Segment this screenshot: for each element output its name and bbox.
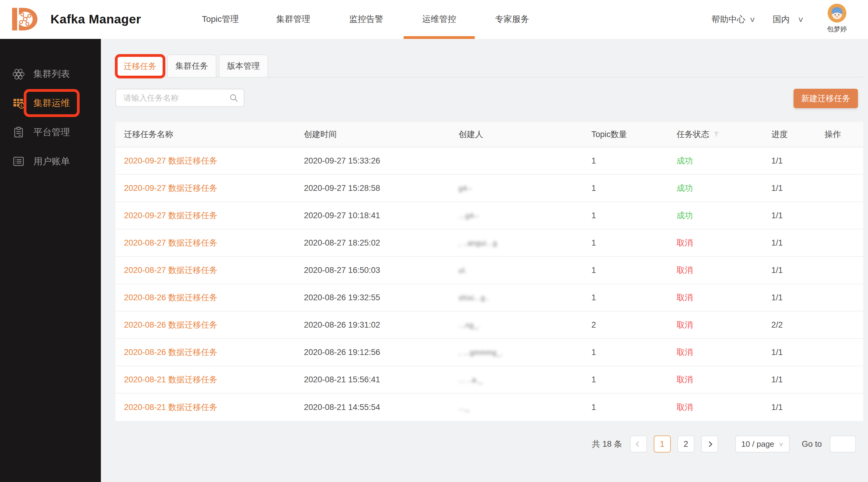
prev-page-button[interactable] — [630, 436, 647, 452]
search-icon — [229, 93, 238, 102]
goto-page-input[interactable] — [830, 436, 856, 452]
creator-cell: g4-- — [459, 184, 591, 193]
task-name-link[interactable]: 2020-08-26 数据迁移任务 — [124, 319, 304, 330]
created-time: 2020-08-26 19:12:56 — [304, 348, 459, 357]
total-count: 共 18 条 — [592, 439, 622, 449]
creator-redacted: g4-- — [459, 185, 472, 192]
filter-icon[interactable] — [713, 131, 720, 138]
main-nav: Topic管理 集群管理 监控告警 运维管控 专家服务 — [184, 0, 549, 39]
new-migration-task-button[interactable]: 新建迁移任务 — [794, 89, 858, 108]
task-name-link[interactable]: 2020-09-27 数据迁移任务 — [124, 210, 304, 221]
next-page-button[interactable] — [701, 436, 718, 452]
table-row: 2020-08-26 数据迁移任务 2020-08-26 19:31:02 ..… — [116, 312, 863, 339]
table-row: 2020-08-26 数据迁移任务 2020-08-26 19:12:56 , … — [116, 339, 863, 366]
list-icon — [13, 156, 24, 167]
task-status: 成功 — [677, 183, 771, 194]
task-name-link[interactable]: 2020-08-26 数据迁移任务 — [124, 292, 304, 303]
progress: 2/2 — [771, 320, 825, 330]
table-row: 2020-09-27 数据迁移任务 2020-09-27 10:18:41 ..… — [116, 202, 863, 229]
chevron-down-icon: ∨ — [798, 15, 804, 24]
help-center-dropdown[interactable]: 帮助中心∨ — [711, 14, 755, 25]
tab-migration-tasks[interactable]: 迁移任务 — [116, 55, 165, 77]
creator-cell: ... ..a._ — [459, 375, 591, 384]
region-dropdown[interactable]: 国内 ∨ — [773, 14, 804, 25]
created-time: 2020-08-21 15:56:41 — [304, 375, 459, 384]
sidebar-item-cluster-list[interactable]: 集群列表 — [0, 59, 101, 89]
progress: 1/1 — [771, 156, 825, 166]
sidebar-item-billing[interactable]: 用户账单 — [0, 147, 101, 176]
created-time: 2020-08-27 16:50:03 — [304, 266, 459, 275]
topic-count: 1 — [591, 238, 677, 248]
app-logo-icon — [9, 4, 39, 34]
table-row: 2020-08-26 数据迁移任务 2020-08-26 19:32:55 sh… — [116, 284, 863, 312]
task-status: 取消 — [677, 265, 771, 276]
topic-count: 1 — [591, 184, 677, 193]
topic-count: 1 — [591, 266, 677, 275]
toolbar: 新建迁移任务 — [116, 89, 858, 108]
nav-topic[interactable]: Topic管理 — [184, 0, 257, 39]
table-row: 2020-09-27 数据迁移任务 2020-09-27 15:28:58 g4… — [116, 175, 863, 202]
nav-ops[interactable]: 运维管控 — [403, 0, 476, 39]
page-size-select[interactable]: 10 / page ∨ — [735, 436, 789, 452]
sidebar-item-label: 用户账单 — [33, 155, 70, 168]
page-button-2[interactable]: 2 — [677, 436, 694, 452]
task-name-link[interactable]: 2020-08-27 数据迁移任务 — [124, 265, 304, 276]
nav-expert[interactable]: 专家服务 — [476, 0, 549, 39]
top-links: 帮助中心∨ 国内 ∨ — [711, 0, 804, 39]
chevron-left-icon — [636, 441, 641, 447]
tab-bar: 迁移任务 集群任务 版本管理 — [116, 55, 863, 77]
task-table: 迁移任务名称 创建时间 创建人 Topic数量 任务状态 进度 操作 2020-… — [116, 122, 863, 421]
topic-count: 1 — [591, 348, 677, 357]
topic-count: 1 — [591, 293, 677, 302]
billing-table-icon: $ — [13, 97, 24, 109]
username: 包梦婷 — [827, 25, 847, 34]
table-row: 2020-08-21 数据迁移任务 2020-08-21 15:56:41 ..… — [116, 366, 863, 393]
col-task-status: 任务状态 — [677, 129, 771, 140]
progress: 1/1 — [771, 403, 825, 412]
task-status: 取消 — [677, 237, 771, 248]
page-button-1[interactable]: 1 — [654, 436, 671, 452]
tab-cluster-tasks[interactable]: 集群任务 — [167, 55, 216, 77]
created-time: 2020-08-27 18:25:02 — [304, 238, 459, 248]
pagination: 共 18 条 1 2 10 / page ∨ Go to — [116, 436, 856, 452]
task-name-link[interactable]: 2020-08-27 数据迁移任务 — [124, 237, 304, 248]
task-name-link[interactable]: 2020-09-27 数据迁移任务 — [124, 155, 304, 166]
creator-cell: ul. — [459, 266, 591, 275]
avatar[interactable] — [828, 4, 846, 23]
created-time: 2020-08-21 14:55:54 — [304, 403, 459, 412]
task-name-link[interactable]: 2020-08-26 数据迁移任务 — [124, 347, 304, 358]
creator-cell: ...ng_. — [459, 320, 591, 330]
progress: 1/1 — [771, 238, 825, 248]
tab-version-management[interactable]: 版本管理 — [219, 55, 268, 77]
topic-count: 1 — [591, 156, 677, 166]
task-name-link[interactable]: 2020-08-21 数据迁移任务 — [124, 402, 304, 413]
main-content: 迁移任务 集群任务 版本管理 新建迁移任务 迁移任务名称 创建时间 创建人 To… — [101, 39, 868, 482]
topic-count: 1 — [591, 211, 677, 220]
search-input[interactable] — [116, 89, 244, 107]
nav-cluster[interactable]: 集群管理 — [257, 0, 330, 39]
progress: 1/1 — [771, 184, 825, 193]
creator-redacted: ul. — [459, 266, 467, 275]
table-body: 2020-09-27 数据迁移任务 2020-09-27 15:33:26 1 … — [116, 148, 863, 421]
user-menu[interactable]: 包梦婷 — [819, 4, 855, 34]
task-name-link[interactable]: 2020-09-27 数据迁移任务 — [124, 183, 304, 194]
sidebar-item-platform[interactable]: 平台管理 — [0, 118, 101, 147]
creator-redacted: ...g4-- — [459, 212, 479, 220]
goto-label: Go to — [802, 440, 822, 449]
task-name-link[interactable]: 2020-08-21 数据迁移任务 — [124, 374, 304, 385]
nav-monitor[interactable]: 监控告警 — [330, 0, 403, 39]
col-created-time: 创建时间 — [304, 129, 459, 140]
sidebar: 集群列表 $ 集群运维 平台管理 — [0, 39, 101, 482]
creator-cell: , ..angui...g — [459, 238, 591, 248]
sidebar-item-cluster-ops[interactable]: $ 集群运维 — [0, 89, 101, 118]
col-topic-count: Topic数量 — [591, 129, 677, 140]
progress: 1/1 — [771, 348, 825, 357]
task-status: 取消 — [677, 347, 771, 358]
kafka-manager-app: Kafka Manager Topic管理 集群管理 监控告警 运维管控 专家服… — [0, 0, 868, 482]
app-title: Kafka Manager — [51, 12, 141, 26]
topic-count: 1 — [591, 375, 677, 384]
sidebar-item-label: 平台管理 — [33, 126, 70, 138]
table-row: 2020-08-21 数据迁移任务 2020-08-21 14:55:54 ..… — [116, 393, 863, 421]
col-task-name: 迁移任务名称 — [124, 129, 304, 140]
col-creator: 创建人 — [459, 129, 591, 140]
